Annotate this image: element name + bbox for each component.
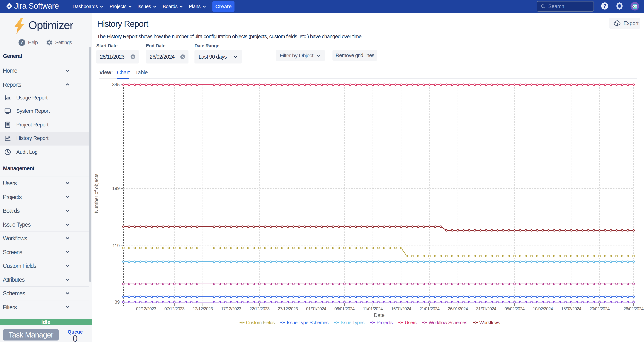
svg-text:12/12/2023: 12/12/2023 <box>193 306 213 311</box>
svg-text:345: 345 <box>112 82 120 87</box>
svg-text:01/01/2024: 01/01/2024 <box>306 306 326 311</box>
svg-text:Date: Date <box>374 312 384 318</box>
svg-text:10/02/2024: 10/02/2024 <box>533 306 553 311</box>
svg-text:05/02/2024: 05/02/2024 <box>504 306 525 311</box>
svg-text:21/01/2024: 21/01/2024 <box>420 306 440 311</box>
svg-text:31/01/2024: 31/01/2024 <box>476 306 496 311</box>
svg-text:39: 39 <box>115 299 120 304</box>
svg-text:11/01/2024: 11/01/2024 <box>363 306 383 311</box>
svg-text:20/02/2024: 20/02/2024 <box>590 306 610 311</box>
svg-text:07/12/2023: 07/12/2023 <box>164 306 184 311</box>
svg-text:Custom Fields: Custom Fields <box>246 320 275 325</box>
svg-text:22/12/2023: 22/12/2023 <box>250 306 270 311</box>
svg-text:Issue Types: Issue Types <box>340 320 364 325</box>
svg-text:06/01/2024: 06/01/2024 <box>334 306 355 311</box>
svg-text:02/12/2023: 02/12/2023 <box>136 306 156 311</box>
svg-text:26/02/2024: 26/02/2024 <box>624 306 644 311</box>
svg-text:17/12/2023: 17/12/2023 <box>221 306 241 311</box>
svg-text:119: 119 <box>112 243 120 248</box>
svg-text:199: 199 <box>112 186 120 191</box>
svg-text:Workflows: Workflows <box>479 320 500 325</box>
svg-text:Users: Users <box>405 320 416 325</box>
svg-text:Projects: Projects <box>376 320 393 325</box>
svg-text:26/01/2024: 26/01/2024 <box>448 306 468 311</box>
svg-text:15/02/2024: 15/02/2024 <box>561 306 581 311</box>
svg-text:16/01/2024: 16/01/2024 <box>391 306 412 311</box>
svg-text:Workflow Schemes: Workflow Schemes <box>428 320 467 325</box>
svg-text:27/12/2023: 27/12/2023 <box>278 306 298 311</box>
svg-text:Number of objects: Number of objects <box>94 174 99 213</box>
svg-text:Issue Type Schemes: Issue Type Schemes <box>287 320 328 325</box>
